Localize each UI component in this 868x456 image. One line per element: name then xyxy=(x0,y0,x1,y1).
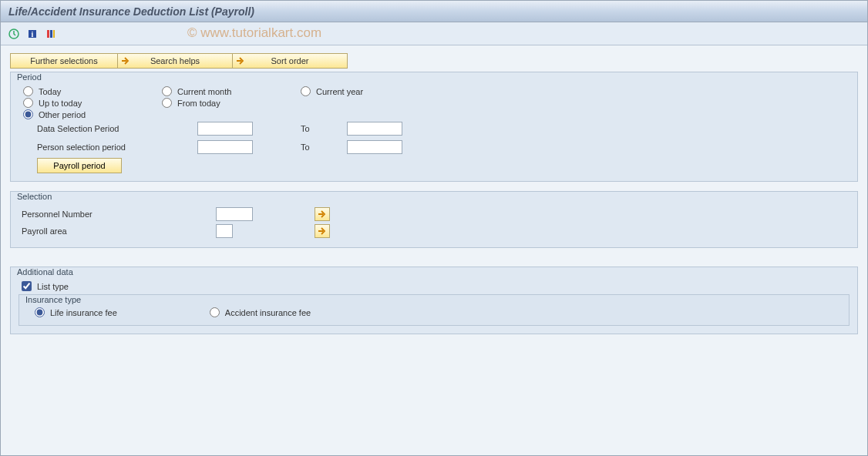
sort-order-button[interactable]: Sort order xyxy=(232,53,348,69)
radio-current-month-label: Current month xyxy=(177,87,231,96)
payroll-period-label: Payroll period xyxy=(53,161,105,170)
data-selection-to-input[interactable] xyxy=(347,122,402,136)
radio-current-month[interactable]: Current month xyxy=(162,86,301,96)
to-label-1: To xyxy=(301,124,347,133)
radio-life-insurance-input[interactable] xyxy=(35,307,45,317)
data-selection-from-input[interactable] xyxy=(197,122,253,136)
period-group: Period Today Current month Current year … xyxy=(10,72,858,182)
window: Life/Accident Insurance Deduction List (… xyxy=(0,0,868,456)
page-title: Life/Accident Insurance Deduction List (… xyxy=(8,5,254,18)
additional-data-group: Additional data List type Insurance type… xyxy=(10,267,858,334)
list-type-checkbox-row[interactable]: List type xyxy=(22,281,849,291)
radio-from-today-label: From today xyxy=(177,99,220,108)
arrow-right-icon xyxy=(318,227,327,235)
selection-title: Selection xyxy=(15,192,53,201)
radio-from-today-input[interactable] xyxy=(162,98,172,108)
further-selections-button[interactable]: Further selections xyxy=(10,53,118,69)
search-helps-button[interactable]: Search helps xyxy=(117,53,233,69)
radio-up-to-today-input[interactable] xyxy=(23,98,33,108)
svg-text:i: i xyxy=(32,30,34,39)
list-type-checkbox[interactable] xyxy=(22,281,32,291)
radio-accident-insurance-label: Accident insurance fee xyxy=(225,308,311,317)
radio-accident-insurance-input[interactable] xyxy=(210,307,220,317)
person-selection-period-label: Person selection period xyxy=(37,142,197,152)
radio-today-input[interactable] xyxy=(23,86,33,96)
radio-today-label: Today xyxy=(39,87,61,96)
data-selection-period-label: Data Selection Period xyxy=(37,124,197,133)
radio-life-insurance[interactable]: Life insurance fee xyxy=(35,307,117,317)
insurance-type-group: Insurance type Life insurance fee Accide… xyxy=(19,294,849,326)
radio-up-to-today-label: Up to today xyxy=(39,99,82,108)
arrow-right-icon xyxy=(121,57,130,65)
insurance-type-title: Insurance type xyxy=(24,295,82,304)
action-buttons: Further selections Search helps Sort ord… xyxy=(10,53,858,69)
additional-data-title: Additional data xyxy=(15,267,75,277)
arrow-right-icon xyxy=(236,57,245,65)
content-area: Further selections Search helps Sort ord… xyxy=(1,45,867,455)
columns-icon[interactable] xyxy=(44,27,58,41)
payroll-area-multi-button[interactable] xyxy=(315,224,330,238)
svg-rect-3 xyxy=(47,30,49,38)
radio-up-to-today[interactable]: Up to today xyxy=(23,98,162,108)
info-icon[interactable]: i xyxy=(25,27,39,41)
radio-accident-insurance[interactable]: Accident insurance fee xyxy=(210,307,311,317)
radio-current-month-input[interactable] xyxy=(162,86,172,96)
personnel-number-label: Personnel Number xyxy=(19,210,216,219)
radio-current-year[interactable]: Current year xyxy=(301,86,439,96)
payroll-period-button[interactable]: Payroll period xyxy=(37,158,122,173)
radio-other-period-label: Other period xyxy=(39,110,86,119)
execute-icon[interactable] xyxy=(7,27,21,41)
period-title: Period xyxy=(15,72,43,82)
selection-group: Selection Personnel Number Payroll area xyxy=(10,191,858,248)
radio-from-today[interactable]: From today xyxy=(162,98,301,108)
payroll-area-input[interactable] xyxy=(216,224,233,238)
person-selection-to-input[interactable] xyxy=(347,140,402,154)
app-toolbar: i xyxy=(1,22,867,45)
radio-life-insurance-label: Life insurance fee xyxy=(50,308,117,317)
radio-today[interactable]: Today xyxy=(23,86,162,96)
list-type-label: List type xyxy=(37,282,69,291)
to-label-2: To xyxy=(301,142,347,152)
payroll-area-label: Payroll area xyxy=(19,226,216,236)
person-selection-from-input[interactable] xyxy=(197,140,253,154)
search-helps-label: Search helps xyxy=(150,56,200,65)
radio-other-period-input[interactable] xyxy=(23,109,33,119)
title-bar: Life/Accident Insurance Deduction List (… xyxy=(1,1,867,22)
svg-rect-5 xyxy=(53,30,55,38)
arrow-right-icon xyxy=(318,210,327,218)
sort-order-label: Sort order xyxy=(271,56,309,65)
personnel-number-multi-button[interactable] xyxy=(315,207,330,221)
personnel-number-input[interactable] xyxy=(216,207,253,221)
further-selections-label: Further selections xyxy=(30,56,97,65)
svg-rect-4 xyxy=(50,30,52,38)
radio-current-year-input[interactable] xyxy=(301,86,311,96)
radio-current-year-label: Current year xyxy=(316,87,363,96)
radio-other-period[interactable]: Other period xyxy=(23,109,162,119)
